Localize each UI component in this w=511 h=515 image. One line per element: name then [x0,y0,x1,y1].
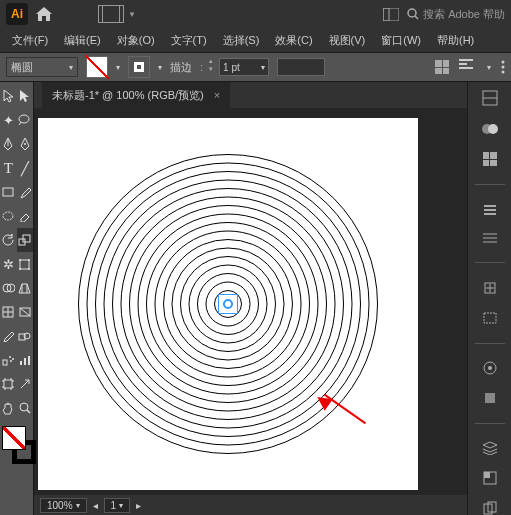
search-box[interactable]: 搜索 Adobe 帮助 [407,7,505,22]
slice-tool[interactable] [17,372,34,396]
stroke-weight-spinner[interactable]: ▴▾ [209,57,218,75]
chevron-down-icon[interactable]: ▾ [487,63,491,72]
document-tab-bar: 未标题-1* @ 100% (RGB/预览) × [34,82,467,108]
grid-view-icon[interactable] [435,60,449,74]
artboards-panel-icon[interactable] [480,501,500,515]
chevron-down-icon[interactable]: ▾ [116,63,120,72]
stroke-weight-input[interactable]: 1 pt▾ [219,58,269,76]
lasso-tool[interactable] [17,108,34,132]
hand-tool[interactable] [0,396,17,420]
zoom-tool[interactable] [17,396,34,420]
stroke-profile-selector[interactable] [277,58,325,76]
appearance-panel-icon[interactable] [480,361,500,375]
selection-center-marker[interactable] [218,294,238,314]
svg-point-15 [28,259,30,261]
search-icon [407,8,419,20]
svg-rect-31 [4,380,12,388]
symbol-sprayer-tool[interactable] [0,348,17,372]
properties-panel-icon[interactable] [480,90,500,106]
menu-object[interactable]: 对象(O) [109,30,163,51]
asset-export-panel-icon[interactable] [480,471,500,485]
chevron-down-icon[interactable]: ▾ [158,63,162,72]
direct-selection-tool[interactable] [17,84,34,108]
fill-stroke-indicator[interactable] [0,424,34,464]
column-graph-tool[interactable] [17,348,34,372]
svg-point-37 [488,124,498,134]
artboard-selector[interactable]: 1 ▾ [104,498,131,513]
menu-help[interactable]: 帮助(H) [429,30,482,51]
artboard-next-icon[interactable]: ▸ [136,500,141,511]
svg-point-10 [3,212,13,220]
pen-tool[interactable] [0,132,17,156]
window-layout-icon[interactable] [383,8,399,21]
mesh-tool[interactable] [0,300,17,324]
shape-label: 椭圆 [11,60,33,75]
blend-tool[interactable] [17,324,34,348]
graphic-styles-panel-icon[interactable] [480,391,500,405]
search-placeholder: 搜索 Adobe 帮助 [423,7,505,22]
swatches-panel-icon[interactable] [480,152,500,166]
gradient-tool[interactable] [17,300,34,324]
line-tool[interactable]: ╱ [17,156,34,180]
free-transform-tool[interactable] [17,252,34,276]
annotation-arrow [318,400,378,440]
svg-point-17 [28,268,30,270]
shape-builder-tool[interactable] [0,276,17,300]
svg-point-25 [9,356,11,358]
menu-effect[interactable]: 效果(C) [267,30,320,51]
menu-type[interactable]: 文字(T) [163,30,215,51]
selection-tool[interactable] [0,84,17,108]
eyedropper-tool[interactable] [0,324,17,348]
menu-select[interactable]: 选择(S) [215,30,268,51]
svg-rect-24 [3,360,7,365]
workspace-layout-icon[interactable] [98,5,124,23]
svg-point-26 [12,358,14,360]
document-tab[interactable]: 未标题-1* @ 100% (RGB/预览) × [42,82,230,108]
svg-point-16 [19,268,21,270]
chevron-down-icon[interactable]: ▼ [128,10,136,19]
fill-indicator[interactable] [2,426,26,450]
rotate-tool[interactable] [0,228,17,252]
control-bar: 椭圆 ▾ ▾ ▾ 描边 : ▴▾ 1 pt▾ ▾ [0,52,511,82]
svg-point-27 [10,360,12,362]
svg-rect-9 [3,188,13,196]
stroke-weight-value: 1 pt [223,62,240,73]
rectangle-tool[interactable] [0,180,17,204]
stroke-panel-icon[interactable] [480,232,500,244]
shape-selector[interactable]: 椭圆 ▾ [6,57,78,77]
perspective-grid-tool[interactable] [17,276,34,300]
toolbar: ✦ T ╱ ✲ [0,82,34,515]
shaper-tool[interactable] [0,204,17,228]
artboard-prev-icon[interactable]: ◂ [93,500,98,511]
zoom-selector[interactable]: 100% ▾ [40,498,87,513]
menu-window[interactable]: 窗口(W) [373,30,429,51]
stroke-swatch[interactable] [128,56,150,78]
transform-panel-icon[interactable] [480,311,500,325]
symbols-panel-icon[interactable] [480,281,500,295]
type-tool[interactable]: T [0,156,17,180]
curvature-tool[interactable] [17,132,34,156]
menu-view[interactable]: 视图(V) [321,30,374,51]
align-icon[interactable] [459,59,477,75]
svg-rect-0 [383,8,399,21]
scale-tool[interactable] [17,228,34,252]
more-icon[interactable] [501,60,505,74]
menu-file[interactable]: 文件(F) [4,30,56,51]
svg-point-4 [502,61,505,64]
home-icon[interactable] [36,7,52,21]
layers-panel-icon[interactable] [480,441,500,455]
width-tool[interactable]: ✲ [0,252,17,276]
magic-wand-tool[interactable]: ✦ [0,108,17,132]
color-panel-icon[interactable] [480,122,500,136]
brushes-panel-icon[interactable] [480,202,500,216]
close-icon[interactable]: × [214,89,220,101]
svg-point-41 [488,366,492,370]
menu-bar: 文件(F) 编辑(E) 对象(O) 文字(T) 选择(S) 效果(C) 视图(V… [0,28,511,52]
menu-edit[interactable]: 编辑(E) [56,30,109,51]
artboard-tool[interactable] [0,372,17,396]
chevron-down-icon: ▾ [69,63,73,72]
fill-swatch[interactable] [86,56,108,78]
paintbrush-tool[interactable] [17,180,34,204]
canvas[interactable] [38,118,418,490]
eraser-tool[interactable] [17,204,34,228]
